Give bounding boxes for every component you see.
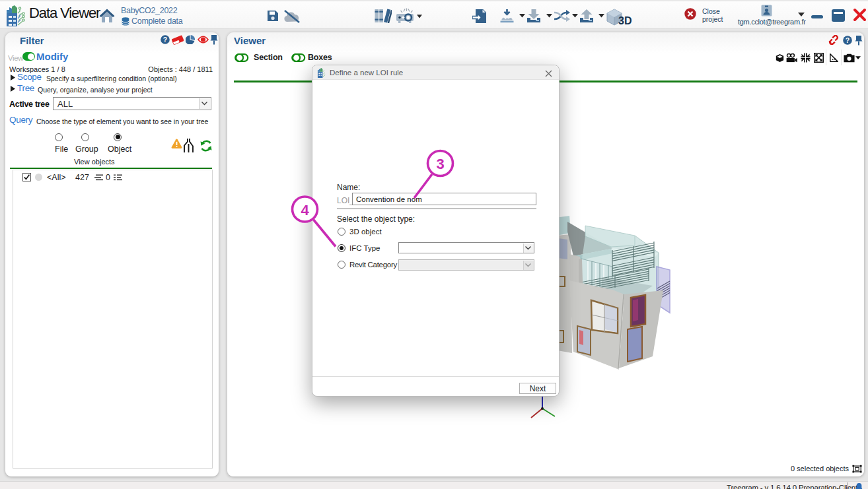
svg-text:4: 4 <box>301 202 309 218</box>
svg-text:?: ? <box>163 36 167 44</box>
svg-text:?: ? <box>846 36 850 44</box>
